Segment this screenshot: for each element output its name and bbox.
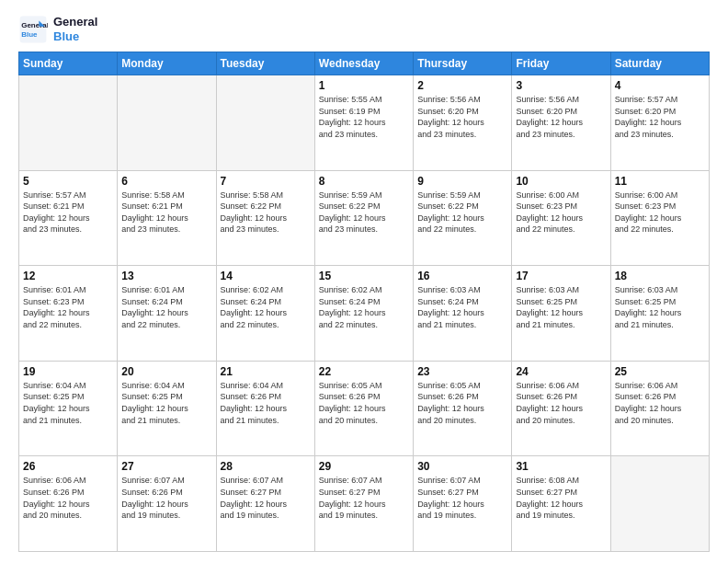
day-number: 22 bbox=[319, 365, 409, 378]
day-info: Sunrise: 5:56 AM Sunset: 6:20 PM Dayligh… bbox=[516, 94, 606, 140]
calendar-cell: 30Sunrise: 6:07 AM Sunset: 6:27 PM Dayli… bbox=[414, 456, 512, 552]
day-info: Sunrise: 6:00 AM Sunset: 6:23 PM Dayligh… bbox=[516, 190, 606, 236]
calendar-cell: 16Sunrise: 6:03 AM Sunset: 6:24 PM Dayli… bbox=[414, 266, 512, 362]
day-number: 29 bbox=[319, 460, 409, 473]
day-number: 11 bbox=[615, 175, 705, 188]
day-info: Sunrise: 5:57 AM Sunset: 6:20 PM Dayligh… bbox=[615, 94, 705, 140]
day-number: 20 bbox=[121, 365, 211, 378]
calendar-cell: 17Sunrise: 6:03 AM Sunset: 6:25 PM Dayli… bbox=[512, 266, 610, 362]
calendar-cell: 25Sunrise: 6:06 AM Sunset: 6:26 PM Dayli… bbox=[610, 361, 709, 456]
calendar-cell: 31Sunrise: 6:08 AM Sunset: 6:27 PM Dayli… bbox=[512, 456, 610, 552]
svg-text:Blue: Blue bbox=[21, 30, 38, 39]
calendar-cell: 1Sunrise: 5:55 AM Sunset: 6:19 PM Daylig… bbox=[314, 75, 413, 171]
calendar-cell: 7Sunrise: 5:58 AM Sunset: 6:22 PM Daylig… bbox=[216, 170, 314, 266]
day-info: Sunrise: 6:01 AM Sunset: 6:23 PM Dayligh… bbox=[23, 284, 113, 330]
week-row-2: 5Sunrise: 5:57 AM Sunset: 6:21 PM Daylig… bbox=[19, 170, 710, 266]
day-info: Sunrise: 6:02 AM Sunset: 6:24 PM Dayligh… bbox=[319, 284, 409, 330]
day-info: Sunrise: 5:56 AM Sunset: 6:20 PM Dayligh… bbox=[417, 94, 507, 140]
calendar-cell: 29Sunrise: 6:07 AM Sunset: 6:27 PM Dayli… bbox=[314, 456, 413, 552]
day-info: Sunrise: 6:06 AM Sunset: 6:26 PM Dayligh… bbox=[23, 475, 113, 521]
calendar-cell: 26Sunrise: 6:06 AM Sunset: 6:26 PM Dayli… bbox=[19, 456, 118, 552]
calendar-cell: 23Sunrise: 6:05 AM Sunset: 6:26 PM Dayli… bbox=[414, 361, 512, 456]
weekday-header-saturday: Saturday bbox=[610, 52, 709, 75]
calendar-cell: 10Sunrise: 6:00 AM Sunset: 6:23 PM Dayli… bbox=[512, 170, 610, 266]
day-number: 2 bbox=[417, 79, 507, 92]
day-info: Sunrise: 6:07 AM Sunset: 6:27 PM Dayligh… bbox=[319, 475, 409, 521]
day-number: 25 bbox=[615, 365, 705, 378]
day-number: 28 bbox=[221, 460, 311, 473]
day-info: Sunrise: 6:06 AM Sunset: 6:26 PM Dayligh… bbox=[615, 380, 705, 426]
day-number: 15 bbox=[319, 270, 409, 282]
calendar-cell: 12Sunrise: 6:01 AM Sunset: 6:23 PM Dayli… bbox=[19, 266, 118, 362]
day-info: Sunrise: 6:05 AM Sunset: 6:26 PM Dayligh… bbox=[319, 380, 409, 426]
header: General Blue General Blue bbox=[18, 15, 710, 44]
calendar-cell: 20Sunrise: 6:04 AM Sunset: 6:25 PM Dayli… bbox=[118, 361, 216, 456]
calendar-cell: 6Sunrise: 5:58 AM Sunset: 6:21 PM Daylig… bbox=[118, 170, 216, 266]
day-info: Sunrise: 5:58 AM Sunset: 6:22 PM Dayligh… bbox=[221, 190, 311, 236]
day-number: 10 bbox=[516, 175, 606, 188]
day-number: 14 bbox=[221, 270, 311, 282]
day-number: 5 bbox=[23, 175, 113, 188]
calendar-cell: 9Sunrise: 5:59 AM Sunset: 6:22 PM Daylig… bbox=[414, 170, 512, 266]
calendar-cell: 21Sunrise: 6:04 AM Sunset: 6:26 PM Dayli… bbox=[216, 361, 314, 456]
day-number: 27 bbox=[121, 460, 211, 473]
calendar-cell: 3Sunrise: 5:56 AM Sunset: 6:20 PM Daylig… bbox=[512, 75, 610, 171]
calendar-cell: 27Sunrise: 6:07 AM Sunset: 6:26 PM Dayli… bbox=[118, 456, 216, 552]
day-info: Sunrise: 5:59 AM Sunset: 6:22 PM Dayligh… bbox=[319, 190, 409, 236]
day-number: 23 bbox=[417, 365, 507, 378]
day-info: Sunrise: 6:03 AM Sunset: 6:25 PM Dayligh… bbox=[516, 284, 606, 330]
day-info: Sunrise: 6:00 AM Sunset: 6:23 PM Dayligh… bbox=[615, 190, 705, 236]
weekday-header-sunday: Sunday bbox=[19, 52, 118, 75]
day-number: 4 bbox=[615, 79, 705, 92]
day-number: 30 bbox=[417, 460, 507, 473]
calendar-cell: 11Sunrise: 6:00 AM Sunset: 6:23 PM Dayli… bbox=[610, 170, 709, 266]
day-info: Sunrise: 6:02 AM Sunset: 6:24 PM Dayligh… bbox=[221, 284, 311, 330]
weekday-header-row: SundayMondayTuesdayWednesdayThursdayFrid… bbox=[19, 52, 710, 75]
day-number: 21 bbox=[221, 365, 311, 378]
day-info: Sunrise: 6:03 AM Sunset: 6:25 PM Dayligh… bbox=[615, 284, 705, 330]
calendar-cell: 15Sunrise: 6:02 AM Sunset: 6:24 PM Dayli… bbox=[314, 266, 413, 362]
calendar-table: SundayMondayTuesdayWednesdayThursdayFrid… bbox=[18, 52, 710, 552]
day-info: Sunrise: 6:08 AM Sunset: 6:27 PM Dayligh… bbox=[516, 475, 606, 521]
day-info: Sunrise: 5:59 AM Sunset: 6:22 PM Dayligh… bbox=[417, 190, 507, 236]
calendar-cell: 19Sunrise: 6:04 AM Sunset: 6:25 PM Dayli… bbox=[19, 361, 118, 456]
calendar-cell: 13Sunrise: 6:01 AM Sunset: 6:24 PM Dayli… bbox=[118, 266, 216, 362]
calendar-cell: 18Sunrise: 6:03 AM Sunset: 6:25 PM Dayli… bbox=[610, 266, 709, 362]
day-number: 13 bbox=[121, 270, 211, 282]
calendar-cell bbox=[610, 456, 709, 552]
day-number: 19 bbox=[23, 365, 113, 378]
day-number: 3 bbox=[516, 79, 606, 92]
week-row-1: 1Sunrise: 5:55 AM Sunset: 6:19 PM Daylig… bbox=[19, 75, 710, 171]
week-row-3: 12Sunrise: 6:01 AM Sunset: 6:23 PM Dayli… bbox=[19, 266, 710, 362]
day-number: 31 bbox=[516, 460, 606, 473]
calendar-cell bbox=[19, 75, 118, 171]
logo-icon: General Blue bbox=[18, 15, 48, 44]
calendar-cell: 8Sunrise: 5:59 AM Sunset: 6:22 PM Daylig… bbox=[314, 170, 413, 266]
day-info: Sunrise: 6:07 AM Sunset: 6:27 PM Dayligh… bbox=[221, 475, 311, 521]
day-info: Sunrise: 6:07 AM Sunset: 6:26 PM Dayligh… bbox=[121, 475, 211, 521]
calendar-cell: 4Sunrise: 5:57 AM Sunset: 6:20 PM Daylig… bbox=[610, 75, 709, 171]
calendar-cell: 14Sunrise: 6:02 AM Sunset: 6:24 PM Dayli… bbox=[216, 266, 314, 362]
day-info: Sunrise: 6:04 AM Sunset: 6:26 PM Dayligh… bbox=[221, 380, 311, 426]
weekday-header-thursday: Thursday bbox=[414, 52, 512, 75]
day-number: 26 bbox=[23, 460, 113, 473]
day-info: Sunrise: 6:03 AM Sunset: 6:24 PM Dayligh… bbox=[417, 284, 507, 330]
day-info: Sunrise: 6:05 AM Sunset: 6:26 PM Dayligh… bbox=[417, 380, 507, 426]
page: General Blue General Blue SundayMondayTu… bbox=[0, 0, 728, 563]
weekday-header-wednesday: Wednesday bbox=[314, 52, 413, 75]
logo-text: General Blue bbox=[53, 15, 97, 43]
day-number: 18 bbox=[615, 270, 705, 282]
calendar-cell: 22Sunrise: 6:05 AM Sunset: 6:26 PM Dayli… bbox=[314, 361, 413, 456]
day-number: 7 bbox=[221, 175, 311, 188]
calendar-cell: 5Sunrise: 5:57 AM Sunset: 6:21 PM Daylig… bbox=[19, 170, 118, 266]
calendar-cell: 2Sunrise: 5:56 AM Sunset: 6:20 PM Daylig… bbox=[414, 75, 512, 171]
day-info: Sunrise: 6:04 AM Sunset: 6:25 PM Dayligh… bbox=[23, 380, 113, 426]
calendar-cell: 28Sunrise: 6:07 AM Sunset: 6:27 PM Dayli… bbox=[216, 456, 314, 552]
day-info: Sunrise: 6:06 AM Sunset: 6:26 PM Dayligh… bbox=[516, 380, 606, 426]
week-row-5: 26Sunrise: 6:06 AM Sunset: 6:26 PM Dayli… bbox=[19, 456, 710, 552]
day-info: Sunrise: 6:07 AM Sunset: 6:27 PM Dayligh… bbox=[417, 475, 507, 521]
weekday-header-friday: Friday bbox=[512, 52, 610, 75]
calendar-cell bbox=[118, 75, 216, 171]
weekday-header-monday: Monday bbox=[118, 52, 216, 75]
calendar-cell: 24Sunrise: 6:06 AM Sunset: 6:26 PM Dayli… bbox=[512, 361, 610, 456]
